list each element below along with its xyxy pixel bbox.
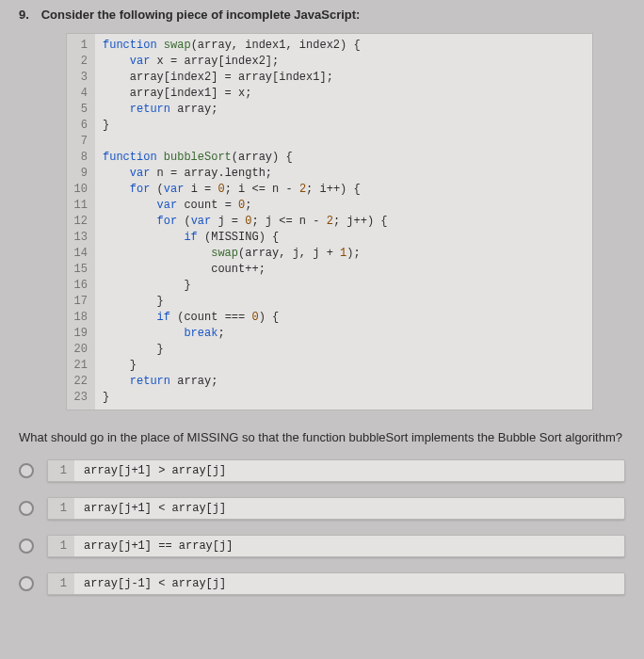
line-number: 1 <box>48 498 74 519</box>
option-code-text: array[j-1] < array[j] <box>74 573 235 594</box>
option-row[interactable]: 1array[j+1] > array[j] <box>19 459 625 482</box>
line-number: 5 <box>71 102 88 118</box>
option-code-text: array[j+1] == array[j] <box>74 536 242 556</box>
line-number: 1 <box>48 460 74 481</box>
option-code-block: 1array[j+1] == array[j] <box>47 535 625 557</box>
line-number: 17 <box>71 294 88 310</box>
line-number: 1 <box>48 536 74 556</box>
line-number: 2 <box>71 54 88 70</box>
line-number: 8 <box>71 150 88 166</box>
line-number-gutter: 1234567891011121314151617181920212223 <box>67 34 95 410</box>
radio-button[interactable] <box>19 576 34 591</box>
line-number: 18 <box>71 310 88 326</box>
line-number: 13 <box>71 230 88 246</box>
option-row[interactable]: 1array[j-1] < array[j] <box>19 572 625 595</box>
line-number: 4 <box>71 86 88 102</box>
option-code-block: 1array[j+1] < array[j] <box>47 497 625 520</box>
radio-button[interactable] <box>19 538 34 554</box>
option-code-block: 1array[j-1] < array[j] <box>47 572 625 595</box>
line-number: 1 <box>48 573 74 594</box>
line-number: 21 <box>71 358 88 374</box>
option-row[interactable]: 1array[j+1] < array[j] <box>19 497 625 520</box>
line-number: 3 <box>71 70 88 86</box>
line-number: 20 <box>71 342 88 358</box>
line-number: 23 <box>71 390 88 406</box>
question-text: Consider the following piece of incomple… <box>41 8 361 22</box>
line-number: 9 <box>71 166 88 182</box>
option-code-text: array[j+1] > array[j] <box>74 460 235 481</box>
radio-button[interactable] <box>19 463 34 478</box>
prompt-text: What should go in the place of MISSING s… <box>19 429 625 446</box>
question-number: 9. <box>19 8 38 22</box>
option-code-text: array[j+1] < array[j] <box>74 498 235 519</box>
line-number: 10 <box>71 182 88 198</box>
line-number: 6 <box>71 118 88 134</box>
line-number: 1 <box>71 38 88 54</box>
question-header: 9. Consider the following piece of incom… <box>19 8 625 22</box>
line-number: 19 <box>71 326 88 342</box>
line-number: 16 <box>71 278 88 294</box>
line-number: 7 <box>71 134 88 150</box>
code-block: 1234567891011121314151617181920212223 fu… <box>66 33 593 410</box>
option-code-block: 1array[j+1] > array[j] <box>47 459 625 482</box>
line-number: 22 <box>71 374 88 390</box>
line-number: 15 <box>71 262 88 278</box>
radio-button[interactable] <box>19 501 34 516</box>
code-content: function swap(array, index1, index2) { v… <box>95 34 394 410</box>
option-row[interactable]: 1array[j+1] == array[j] <box>19 535 625 557</box>
line-number: 14 <box>71 246 88 262</box>
line-number: 11 <box>71 198 88 214</box>
line-number: 12 <box>71 214 88 230</box>
